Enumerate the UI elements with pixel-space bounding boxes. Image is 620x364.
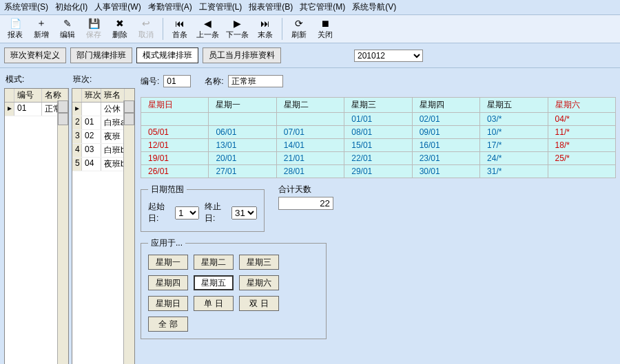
apply-星期四[interactable]: 星期四: [148, 275, 188, 290]
next-button[interactable]: ▶下一条: [223, 17, 251, 41]
scrollbar[interactable]: [123, 100, 134, 364]
range-legend: 日期范围: [148, 184, 187, 195]
add-button[interactable]: ＋新增: [29, 17, 54, 41]
cal-cell[interactable]: 24/*: [480, 152, 548, 165]
apply-全 部[interactable]: 全 部: [148, 317, 188, 332]
refresh-button[interactable]: ⟳刷新: [287, 17, 311, 41]
menu-item[interactable]: 人事管理(W): [94, 1, 141, 13]
tab-班次资料定义[interactable]: 班次资料定义: [4, 47, 66, 63]
edit-icon: ✎: [62, 18, 73, 29]
menu-item[interactable]: 系统导航(V): [352, 1, 396, 13]
total-label: 合计天数: [278, 184, 333, 195]
menu-item[interactable]: 考勤管理(A): [148, 1, 192, 13]
apply-星期五[interactable]: 星期五: [194, 275, 234, 290]
tab-部门规律排班[interactable]: 部门规律排班: [70, 47, 132, 63]
cal-cell[interactable]: 16/01: [412, 139, 479, 152]
cal-header: 星期二: [276, 98, 344, 113]
cal-cell[interactable]: 11/*: [548, 126, 615, 139]
apply-legend: 应用于...: [148, 237, 185, 249]
apply-星期一[interactable]: 星期一: [148, 255, 188, 270]
cal-cell[interactable]: [141, 113, 209, 126]
cal-cell[interactable]: 21/01: [276, 152, 344, 165]
cal-cell[interactable]: 10/*: [480, 126, 548, 139]
cal-cell[interactable]: 06/01: [209, 126, 276, 139]
menu-item[interactable]: 系统管理(S): [4, 1, 48, 13]
cal-cell[interactable]: 01/01: [344, 113, 412, 126]
cal-cell[interactable]: 04/*: [548, 113, 615, 126]
cal-cell[interactable]: 18/*: [548, 139, 615, 152]
cal-cell[interactable]: 19/01: [141, 152, 209, 165]
modes-grid[interactable]: 编号 名称 ▸01正常班: [4, 88, 69, 364]
apply-星期三[interactable]: 星期三: [239, 255, 279, 270]
cal-cell[interactable]: 02/01: [412, 113, 479, 126]
report-button[interactable]: 📄报表: [3, 17, 28, 41]
last-button[interactable]: ⏭末条: [253, 17, 278, 41]
cal-cell[interactable]: 28/01: [276, 165, 344, 178]
menu-item[interactable]: 其它管理(M): [300, 1, 345, 13]
total-output: [278, 197, 333, 210]
apply-星期二[interactable]: 星期二: [194, 255, 234, 270]
end-label: 终止日:: [205, 201, 226, 224]
prev-button[interactable]: ◀上一条: [194, 17, 222, 41]
apply-星期日[interactable]: 星期日: [148, 296, 188, 311]
shifts-title: 班次:: [72, 72, 135, 88]
cal-cell[interactable]: 05/01: [141, 126, 209, 139]
menu-item[interactable]: 报表管理(B): [249, 1, 293, 13]
cal-cell[interactable]: 15/01: [344, 139, 412, 152]
cal-cell[interactable]: 27/01: [209, 165, 276, 178]
cal-header: 星期日: [141, 98, 209, 113]
cal-cell[interactable]: 30/01: [412, 165, 479, 178]
first-button[interactable]: ⏮首条: [167, 17, 192, 41]
modes-col-no: 编号: [14, 89, 42, 102]
menu-item[interactable]: 初始化(I): [55, 1, 87, 13]
calendar-grid[interactable]: 星期日星期一星期二星期三星期四星期五星期六 01/0102/0103/*04/*…: [141, 97, 616, 178]
shifts-grid[interactable]: 班次 班名 ▸公休201白班a302夜班403白班b504夜班b: [72, 88, 135, 364]
cal-cell[interactable]: 17/*: [480, 139, 548, 152]
menu-item[interactable]: 工资管理(L): [199, 1, 242, 13]
cal-cell[interactable]: 07/01: [276, 126, 344, 139]
no-input[interactable]: [163, 75, 191, 87]
delete-icon: ✖: [114, 18, 125, 29]
first-icon: ⏮: [174, 18, 185, 29]
cal-cell[interactable]: 26/01: [141, 165, 209, 178]
cal-header: 星期五: [480, 98, 548, 113]
cal-cell[interactable]: [209, 113, 276, 126]
start-select[interactable]: 1: [175, 206, 199, 220]
cal-header: 星期一: [209, 98, 276, 113]
end-select[interactable]: 31: [231, 206, 257, 220]
close-button[interactable]: ⏹关闭: [313, 17, 338, 41]
cal-cell[interactable]: [548, 165, 615, 178]
cal-cell[interactable]: 31/*: [480, 165, 548, 178]
next-icon: ▶: [232, 18, 243, 29]
cal-cell[interactable]: 25/*: [548, 152, 615, 165]
apply-星期六[interactable]: 星期六: [239, 275, 279, 290]
tab-模式规律排班[interactable]: 模式规律排班: [136, 47, 198, 63]
edit-button[interactable]: ✎编辑: [55, 17, 80, 41]
cal-cell[interactable]: 14/01: [276, 139, 344, 152]
cal-cell[interactable]: 13/01: [209, 139, 276, 152]
apply-双 日[interactable]: 双 日: [239, 296, 279, 311]
cal-header: 星期六: [548, 98, 615, 113]
cal-header: 星期四: [412, 98, 479, 113]
cal-cell[interactable]: 20/01: [209, 152, 276, 165]
cal-cell[interactable]: 29/01: [344, 165, 412, 178]
tab-员工当月排班资料[interactable]: 员工当月排班资料: [203, 47, 281, 63]
cal-cell[interactable]: 23/01: [412, 152, 479, 165]
cal-cell[interactable]: 22/01: [344, 152, 412, 165]
modes-title: 模式:: [4, 72, 69, 88]
scrollbar[interactable]: [57, 100, 68, 364]
period-select[interactable]: 201012: [354, 50, 423, 62]
last-icon: ⏭: [260, 18, 271, 29]
save-button: 💾保存: [81, 17, 106, 41]
report-icon: 📄: [10, 18, 21, 29]
delete-button[interactable]: ✖删除: [107, 17, 132, 41]
cal-cell[interactable]: 03/*: [480, 113, 548, 126]
cal-cell[interactable]: 09/01: [412, 126, 479, 139]
apply-单 日[interactable]: 单 日: [194, 296, 234, 311]
refresh-icon: ⟳: [293, 18, 304, 29]
cal-cell[interactable]: 08/01: [344, 126, 412, 139]
name-input[interactable]: [228, 75, 283, 87]
name-label: 名称:: [205, 76, 223, 87]
cal-cell[interactable]: [276, 113, 344, 126]
cal-cell[interactable]: 12/01: [141, 139, 209, 152]
